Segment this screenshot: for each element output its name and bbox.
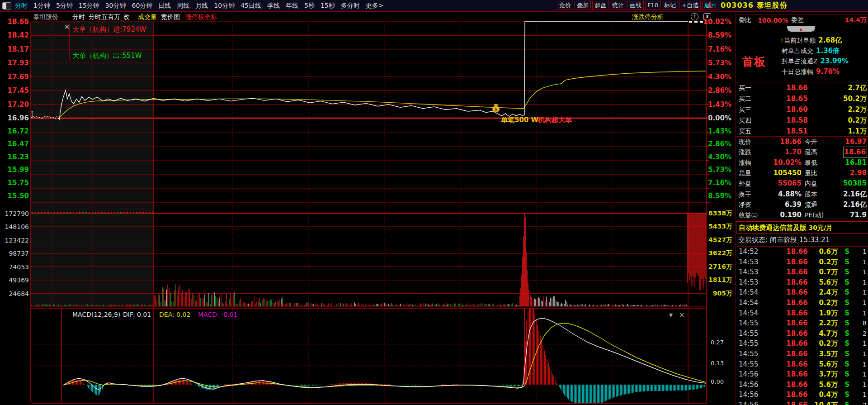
menu-item-15[interactable]: 多分时 [341, 2, 360, 10]
detail-section-1: 现价18.66今开16.97涨跌1.70最高18.66涨幅10.02%最低16.… [736, 137, 868, 189]
macd-dea-value: DEA: 0.02 [159, 311, 190, 318]
menu-item-1[interactable]: 1分钟 [33, 2, 50, 10]
menu-item-6[interactable]: 日线 [158, 2, 171, 10]
stock-title: 003036 泰坦股份 [721, 1, 787, 10]
price-axis-label: 17.20 [8, 100, 29, 109]
collapse-tab[interactable]: ∧ [787, 26, 815, 32]
collapse-arrow-icon: ∧ [799, 27, 802, 32]
volume-amount-label: 6338万 [708, 210, 732, 217]
pct-axis-label: 7.16% [708, 45, 731, 53]
weibi-value: 100.00% [758, 17, 788, 24]
menu-item-5[interactable]: 60分钟 [132, 2, 153, 10]
period-menu: 分时1分钟5分钟15分钟30分钟60分钟日线周线月线10分钟45日线季线年线5秒… [15, 2, 389, 10]
first-board-badge: 首板 [742, 54, 766, 69]
tick-row-1: 14:5318.660.2万S1 [736, 257, 868, 267]
stock-name: 泰坦股份 [756, 1, 787, 10]
menu-item-14[interactable]: 15秒 [321, 2, 335, 10]
volume-amount-label: 4527万 [708, 236, 732, 243]
price-axis-label: 17.93 [8, 59, 29, 67]
menu-item-9[interactable]: 10分钟 [214, 2, 235, 10]
price-axis-label: 18.66 [8, 18, 29, 26]
pct-axis-label: 8.59% [708, 31, 731, 39]
price-axis-label: 16.72 [8, 127, 29, 135]
pct-axis-label: 2.86% [708, 86, 731, 95]
buy-row-5: 买五18.511.1万 [736, 126, 868, 137]
money-bag-icon: $ [492, 104, 500, 112]
intraday-chart[interactable]: 18.6618.4218.1717.9317.6917.4517.2016.96… [0, 12, 736, 405]
status-value: 闭市阶段 [770, 236, 797, 244]
tick-row-4: 14:5418.662.4万S1 [736, 287, 868, 298]
menu-item-0[interactable]: 分时 [15, 2, 28, 10]
menu-item-8[interactable]: 月线 [195, 2, 208, 10]
board-row-1: 封单占成交1.36倍 [781, 47, 840, 57]
macd-axis-label: 0.13 [711, 360, 724, 367]
menu-item-7[interactable]: 周线 [177, 2, 189, 10]
stock-code: 003036 [721, 1, 754, 10]
volume-axis-label: 123422 [5, 237, 29, 244]
pct-axis-label: 7.16% [708, 179, 731, 187]
macd-title: MACD(12,26,9) [72, 311, 120, 318]
status-time: 15:33:21 [799, 236, 830, 244]
svg-text:$: $ [495, 107, 498, 112]
toolbar-button-4[interactable]: 画线 [627, 1, 644, 10]
menu-item-4[interactable]: 30分钟 [105, 2, 126, 10]
buy-row-4: 买四18.580.2万 [736, 115, 868, 126]
pct-axis-label: 1.43% [708, 100, 731, 109]
price-axis-label: 16.96 [8, 114, 29, 122]
toolbar-button-5[interactable]: F10 [645, 1, 660, 10]
tick-row-13: 14:5618.665.6万S1 [736, 380, 868, 390]
weicha-label: 委差 [791, 16, 804, 24]
subscription-banner[interactable]: 自动续费通达信普及版 30元/月 [736, 221, 868, 234]
toolbar-button-7[interactable]: +自选 [679, 1, 701, 10]
volume-amount-label: 905万 [713, 290, 732, 297]
sec-det2-row-0: 换手4.88%股本2.16亿 [736, 189, 868, 200]
board-row-3: 十日总涨幅9.76% [781, 67, 840, 77]
menu-item-12[interactable]: 年线 [286, 2, 298, 10]
board-row-2: 封单占流通Z23.99% [781, 57, 849, 67]
weibi-label: 委比 [739, 16, 751, 24]
price-axis-label: 15.75 [8, 179, 29, 187]
toolbar-button-0[interactable]: 竞价 [557, 1, 573, 10]
sec-det1-row-1: 涨跌1.70最高18.66 [736, 147, 868, 157]
buy-row-1: 买一18.662.7亿 [736, 82, 868, 93]
annotation-close-icon: × [64, 22, 70, 31]
volume-axis-label: 98737 [9, 250, 29, 257]
status-label: 交易状态: [738, 236, 768, 244]
sec-det2-row-1: 净资6.39流通2.16亿 [736, 200, 868, 210]
macd-value: MACD: -0.01 [198, 311, 237, 318]
sec-det1-row-4: 外盘55065内盘50385 [736, 178, 868, 189]
tick-row-14: 14:5618.660.4万S1 [736, 390, 868, 400]
volume-axis-label: 74053 [9, 263, 29, 271]
buy-row-2: 买二18.6550.2万 [736, 93, 868, 104]
toolbar-button-1[interactable]: 叠加 [575, 1, 591, 10]
pct-axis-label: 8.59% [708, 192, 731, 200]
volume-axis-label: 24684 [9, 290, 29, 297]
menu-item-3[interactable]: 15分钟 [79, 2, 99, 10]
price-axis-label: 15.99 [8, 166, 29, 174]
price-axis-label: 15.50 [8, 192, 29, 200]
macd-axis-label: 0.00 [711, 378, 724, 385]
top-menu-bar: 分时1分钟5分钟15分钟30分钟60分钟日线周线月线10分钟45日线季线年线5秒… [0, 0, 868, 12]
tick-row-5: 14:5418.660.2万S1 [736, 298, 868, 308]
window-icon[interactable] [2, 2, 11, 10]
big-order-out-label: 大单（机构）出:551W [72, 52, 142, 60]
pct-axis-label: 1.43% [708, 127, 731, 135]
menu-item-11[interactable]: 季线 [267, 2, 280, 10]
weibi-row: 委比 100.00% 委差 14.4万 [736, 14, 868, 26]
toolbar-button-3[interactable]: 统计 [610, 1, 626, 10]
single-order-label2: 机构超大单 [538, 116, 572, 124]
menu-item-2[interactable]: 5分钟 [56, 2, 73, 10]
sec-det1-row-0: 现价18.66今开16.97 [736, 137, 868, 147]
banner-text: 自动续费通达信普及版 [739, 224, 807, 232]
weicha-value: 14.4万 [844, 16, 867, 24]
menu-item-13[interactable]: 5秒 [304, 2, 315, 10]
menu-item-10[interactable]: 45日线 [241, 2, 261, 10]
volume-amount-label: 3622万 [708, 249, 732, 257]
tick-row-15: 14:5618.6610.4万S2 [736, 400, 868, 405]
tick-list[interactable]: 14:5218.660.6万S114:5318.660.2万S114:5318.… [736, 247, 868, 405]
toolbar-button-2[interactable]: 超盘 [592, 1, 609, 10]
tick-row-8: 14:5518.664.7万S2 [736, 329, 868, 339]
toolbar-button-6[interactable]: 标记 [662, 1, 678, 10]
menu-item-16[interactable]: 更多> [366, 2, 384, 10]
volume-amount-label: 2716万 [708, 263, 732, 270]
